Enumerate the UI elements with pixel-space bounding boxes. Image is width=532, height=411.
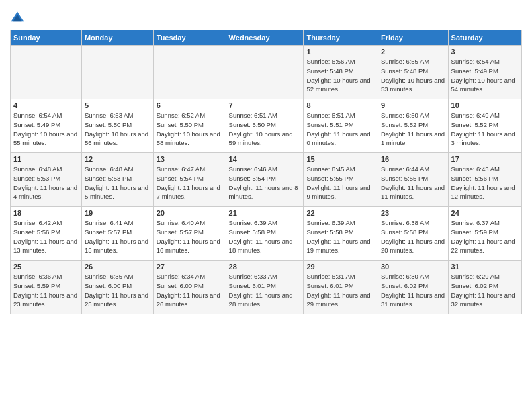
calendar-cell: 31Sunrise: 6:29 AM Sunset: 6:02 PM Dayli… [448,261,521,314]
calendar-cell: 12Sunrise: 6:48 AM Sunset: 5:53 PM Dayli… [81,153,153,207]
header-day-tuesday: Tuesday [153,30,226,46]
day-number: 15 [306,155,375,163]
day-info: Sunrise: 6:30 AM Sunset: 6:02 PM Dayligh… [381,272,445,309]
week-row-2: 4Sunrise: 6:54 AM Sunset: 5:49 PM Daylig… [11,99,522,153]
calendar-cell: 2Sunrise: 6:55 AM Sunset: 5:48 PM Daylig… [378,46,448,99]
header [10,7,522,26]
header-day-wednesday: Wednesday [226,30,304,46]
day-info: Sunrise: 6:39 AM Sunset: 5:58 PM Dayligh… [229,218,301,255]
day-number: 25 [13,263,79,271]
day-number: 7 [229,101,301,109]
day-info: Sunrise: 6:37 AM Sunset: 5:59 PM Dayligh… [451,218,519,255]
day-info: Sunrise: 6:46 AM Sunset: 5:54 PM Dayligh… [229,165,301,201]
day-number: 20 [157,209,223,217]
day-info: Sunrise: 6:42 AM Sunset: 5:56 PM Dayligh… [13,218,79,255]
day-number: 5 [85,101,150,109]
logo [10,11,28,26]
day-number: 13 [157,155,223,163]
day-info: Sunrise: 6:54 AM Sunset: 5:49 PM Dayligh… [13,111,79,148]
calendar-cell: 22Sunrise: 6:39 AM Sunset: 5:58 PM Dayli… [304,207,378,261]
day-number: 3 [451,48,519,56]
calendar-cell [11,46,82,99]
day-number: 8 [306,101,375,109]
day-number: 31 [451,263,519,271]
day-info: Sunrise: 6:54 AM Sunset: 5:49 PM Dayligh… [451,57,519,94]
calendar-cell: 27Sunrise: 6:34 AM Sunset: 6:00 PM Dayli… [153,261,226,314]
day-number: 26 [85,263,150,271]
calendar-cell: 15Sunrise: 6:45 AM Sunset: 5:55 PM Dayli… [304,153,378,207]
day-info: Sunrise: 6:38 AM Sunset: 5:58 PM Dayligh… [381,218,445,255]
day-info: Sunrise: 6:53 AM Sunset: 5:50 PM Dayligh… [85,111,150,148]
day-number: 24 [451,209,519,217]
day-number: 29 [306,263,375,271]
day-number: 6 [157,101,223,109]
day-number: 22 [306,209,375,217]
header-day-thursday: Thursday [304,30,378,46]
calendar-cell: 21Sunrise: 6:39 AM Sunset: 5:58 PM Dayli… [226,207,304,261]
day-number: 2 [381,48,445,56]
day-info: Sunrise: 6:55 AM Sunset: 5:48 PM Dayligh… [381,57,445,94]
day-info: Sunrise: 6:29 AM Sunset: 6:02 PM Dayligh… [451,272,519,309]
calendar-cell: 20Sunrise: 6:40 AM Sunset: 5:57 PM Dayli… [153,207,226,261]
header-day-monday: Monday [81,30,153,46]
calendar-cell: 26Sunrise: 6:35 AM Sunset: 6:00 PM Dayli… [81,261,153,314]
calendar-cell: 25Sunrise: 6:36 AM Sunset: 5:59 PM Dayli… [11,261,82,314]
day-info: Sunrise: 6:50 AM Sunset: 5:52 PM Dayligh… [381,111,445,148]
day-info: Sunrise: 6:49 AM Sunset: 5:52 PM Dayligh… [451,111,519,148]
calendar-cell: 19Sunrise: 6:41 AM Sunset: 5:57 PM Dayli… [81,207,153,261]
calendar-cell: 9Sunrise: 6:50 AM Sunset: 5:52 PM Daylig… [378,99,448,153]
day-info: Sunrise: 6:39 AM Sunset: 5:58 PM Dayligh… [306,218,375,255]
day-number: 9 [381,101,445,109]
week-row-4: 18Sunrise: 6:42 AM Sunset: 5:56 PM Dayli… [11,207,522,261]
day-number: 27 [157,263,223,271]
day-number: 19 [85,209,150,217]
day-info: Sunrise: 6:45 AM Sunset: 5:55 PM Dayligh… [306,165,375,201]
calendar-table: SundayMondayTuesdayWednesdayThursdayFrid… [10,30,522,314]
calendar-cell: 3Sunrise: 6:54 AM Sunset: 5:49 PM Daylig… [448,46,521,99]
day-number: 14 [229,155,301,163]
calendar-cell: 16Sunrise: 6:44 AM Sunset: 5:55 PM Dayli… [378,153,448,207]
calendar-cell: 1Sunrise: 6:56 AM Sunset: 5:48 PM Daylig… [304,46,378,99]
day-number: 16 [381,155,445,163]
calendar-cell: 17Sunrise: 6:43 AM Sunset: 5:56 PM Dayli… [448,153,521,207]
day-info: Sunrise: 6:34 AM Sunset: 6:00 PM Dayligh… [157,272,223,309]
calendar-cell [81,46,153,99]
calendar-cell: 28Sunrise: 6:33 AM Sunset: 6:01 PM Dayli… [226,261,304,314]
week-row-5: 25Sunrise: 6:36 AM Sunset: 5:59 PM Dayli… [11,261,522,314]
day-info: Sunrise: 6:43 AM Sunset: 5:56 PM Dayligh… [451,165,519,201]
calendar-cell: 29Sunrise: 6:31 AM Sunset: 6:01 PM Dayli… [304,261,378,314]
day-info: Sunrise: 6:48 AM Sunset: 5:53 PM Dayligh… [13,165,79,201]
header-day-sunday: Sunday [11,30,82,46]
day-info: Sunrise: 6:40 AM Sunset: 5:57 PM Dayligh… [157,218,223,255]
day-number: 30 [381,263,445,271]
day-info: Sunrise: 6:33 AM Sunset: 6:01 PM Dayligh… [229,272,301,309]
header-day-saturday: Saturday [448,30,521,46]
calendar-cell [153,46,226,99]
calendar-cell: 14Sunrise: 6:46 AM Sunset: 5:54 PM Dayli… [226,153,304,207]
day-info: Sunrise: 6:51 AM Sunset: 5:51 PM Dayligh… [306,111,375,148]
page: SundayMondayTuesdayWednesdayThursdayFrid… [0,0,532,411]
calendar-cell: 8Sunrise: 6:51 AM Sunset: 5:51 PM Daylig… [304,99,378,153]
calendar-cell: 18Sunrise: 6:42 AM Sunset: 5:56 PM Dayli… [11,207,82,261]
calendar-cell: 11Sunrise: 6:48 AM Sunset: 5:53 PM Dayli… [11,153,82,207]
day-number: 1 [306,48,375,56]
day-number: 10 [451,101,519,109]
day-info: Sunrise: 6:41 AM Sunset: 5:57 PM Dayligh… [85,218,150,255]
calendar-cell: 13Sunrise: 6:47 AM Sunset: 5:54 PM Dayli… [153,153,226,207]
week-row-3: 11Sunrise: 6:48 AM Sunset: 5:53 PM Dayli… [11,153,522,207]
logo-icon [10,11,25,26]
day-info: Sunrise: 6:52 AM Sunset: 5:50 PM Dayligh… [157,111,223,148]
day-info: Sunrise: 6:56 AM Sunset: 5:48 PM Dayligh… [306,57,375,94]
day-info: Sunrise: 6:36 AM Sunset: 5:59 PM Dayligh… [13,272,79,309]
day-number: 23 [381,209,445,217]
calendar-cell: 7Sunrise: 6:51 AM Sunset: 5:50 PM Daylig… [226,99,304,153]
calendar-cell: 6Sunrise: 6:52 AM Sunset: 5:50 PM Daylig… [153,99,226,153]
calendar-cell: 5Sunrise: 6:53 AM Sunset: 5:50 PM Daylig… [81,99,153,153]
calendar-cell: 24Sunrise: 6:37 AM Sunset: 5:59 PM Dayli… [448,207,521,261]
week-row-1: 1Sunrise: 6:56 AM Sunset: 5:48 PM Daylig… [11,46,522,99]
day-number: 17 [451,155,519,163]
day-number: 21 [229,209,301,217]
day-info: Sunrise: 6:35 AM Sunset: 6:00 PM Dayligh… [85,272,150,309]
day-number: 12 [85,155,150,163]
calendar-cell: 10Sunrise: 6:49 AM Sunset: 5:52 PM Dayli… [448,99,521,153]
